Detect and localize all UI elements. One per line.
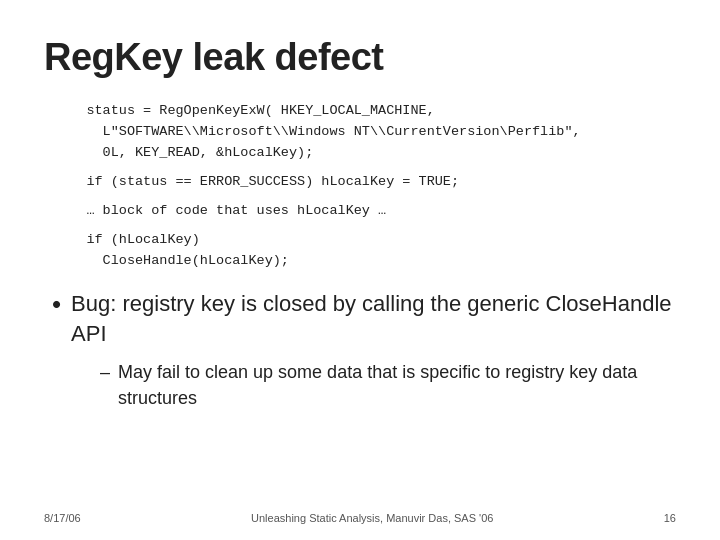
- code-line-3: 0L, KEY_READ, &hLocalKey);: [54, 143, 676, 164]
- footer-date: 8/17/06: [44, 512, 81, 524]
- code-line-7: CloseHandle(hLocalKey);: [54, 251, 676, 272]
- sub-bullet-item: – May fail to clean up some data that is…: [100, 359, 676, 411]
- code-line-4: if (status == ERROR_SUCCESS) hLocalKey =…: [54, 172, 676, 193]
- slide: RegKey leak defect status = RegOpenKeyEx…: [0, 0, 720, 540]
- slide-title: RegKey leak defect: [44, 36, 676, 79]
- code-section-2: if (status == ERROR_SUCCESS) hLocalKey =…: [54, 172, 676, 193]
- footer-page: 16: [664, 512, 676, 524]
- code-section-1: status = RegOpenKeyExW( HKEY_LOCAL_MACHI…: [54, 101, 676, 164]
- bullet-dot: •: [52, 287, 61, 322]
- code-section-3: … block of code that uses hLocalKey …: [54, 201, 676, 222]
- code-block: status = RegOpenKeyExW( HKEY_LOCAL_MACHI…: [44, 101, 676, 271]
- bullet-main-text: Bug: registry key is closed by calling t…: [71, 289, 676, 348]
- code-line-6: if (hLocalKey): [54, 230, 676, 251]
- footer-title: Unleashing Static Analysis, Manuvir Das,…: [251, 512, 493, 524]
- bullet-main-item: • Bug: registry key is closed by calling…: [52, 289, 676, 348]
- bullet-section: • Bug: registry key is closed by calling…: [44, 289, 676, 411]
- sub-bullet-text: May fail to clean up some data that is s…: [118, 359, 676, 411]
- footer: 8/17/06 Unleashing Static Analysis, Manu…: [0, 512, 720, 524]
- sub-bullet-section: – May fail to clean up some data that is…: [52, 359, 676, 411]
- code-line-1: status = RegOpenKeyExW( HKEY_LOCAL_MACHI…: [54, 101, 676, 122]
- code-section-4: if (hLocalKey) CloseHandle(hLocalKey);: [54, 230, 676, 272]
- code-line-2: L"SOFTWARE\\Microsoft\\Windows NT\\Curre…: [54, 122, 676, 143]
- code-line-5: … block of code that uses hLocalKey …: [54, 201, 676, 222]
- sub-dash: –: [100, 359, 110, 385]
